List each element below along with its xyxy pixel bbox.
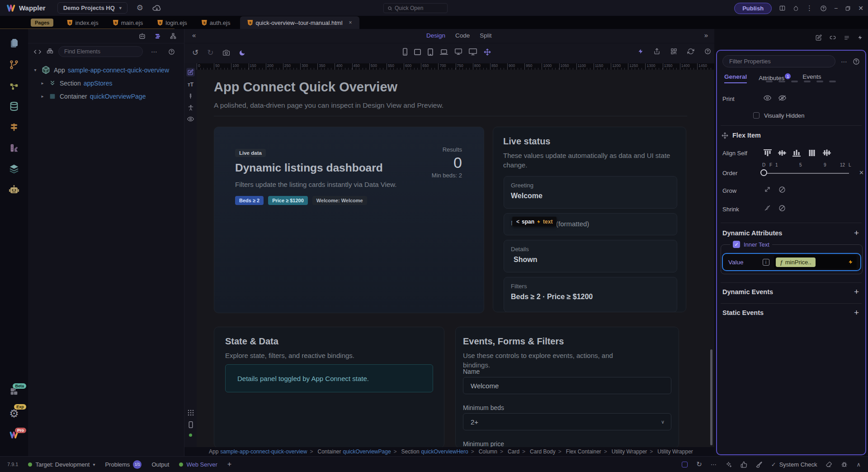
align-start-icon[interactable]	[763, 149, 772, 157]
tab-login-ejs[interactable]: 5login.ejs	[150, 16, 194, 29]
ai-assistant-icon[interactable]	[138, 33, 146, 39]
theme-droplet-icon[interactable]	[793, 5, 799, 12]
components-blocks-icon[interactable]	[46, 48, 54, 55]
find-elements-input[interactable]	[58, 46, 143, 57]
refresh-icon[interactable]	[687, 48, 694, 55]
breadcrumb-segment[interactable]: Card	[497, 448, 519, 455]
ai-robot-icon[interactable]	[9, 185, 19, 195]
tree-item-container[interactable]: ▸ Container quickOverviewPage	[28, 90, 184, 103]
pages-panel-icon[interactable]	[9, 38, 19, 49]
screenshot-camera-icon[interactable]	[222, 49, 230, 56]
experimental-gear-icon[interactable]: ⚙ Exp	[9, 407, 19, 420]
element-selection-chip[interactable]: < span text	[512, 217, 557, 226]
device-tablet-small-icon[interactable]	[414, 49, 421, 55]
grow-none-icon[interactable]	[778, 186, 786, 193]
window-minimize-button[interactable]: −	[834, 5, 838, 12]
help-icon[interactable]	[168, 48, 175, 55]
dashboard-card[interactable]: Live data Dynamic listings dashboard Fil…	[214, 127, 484, 313]
text-size-icon[interactable]: ᴛT	[188, 81, 193, 88]
inspect-info-icon[interactable]	[188, 93, 193, 100]
live-status-title[interactable]: Live status	[503, 136, 676, 147]
quick-open-input[interactable]	[395, 5, 440, 11]
add-static-event-button[interactable]: +	[854, 309, 859, 317]
align-stretch-icon[interactable]	[807, 149, 816, 157]
mode-design[interactable]: Design	[426, 32, 445, 39]
filter-chip-welcome[interactable]: Welcome: Welcome	[312, 196, 367, 205]
chip-parent-arrow-icon[interactable]: <	[516, 219, 519, 225]
unlink-icon[interactable]	[830, 34, 836, 41]
dashboard-title[interactable]: Dynamic listings dashboard	[235, 162, 383, 174]
tab-main-ejs[interactable]: 5main.ejs	[106, 16, 150, 29]
accessibility-icon[interactable]	[188, 105, 194, 111]
value-binding-row[interactable]: Value i ƒminPrice..	[722, 253, 861, 271]
eraser-clean-icon[interactable]	[826, 461, 832, 467]
git-icon[interactable]	[9, 60, 19, 70]
filter-chip-price[interactable]: Price ≥ $1200	[268, 196, 308, 205]
state-data-title[interactable]: State & Data	[225, 336, 433, 347]
state-data-card[interactable]: State & Data Explore state, filters, and…	[214, 327, 444, 447]
project-selector[interactable]: Demo Projects HQ ▾	[57, 2, 127, 14]
min-beds-label[interactable]: Min beds: 2	[432, 172, 462, 179]
split-columns-icon[interactable]	[779, 5, 786, 11]
workflows-icon[interactable]	[9, 81, 19, 91]
chevron-collapsed-icon[interactable]: ▸	[40, 94, 45, 99]
tab-quick-overview-active[interactable]: 5 quick-overview--tour-manual.html ×	[240, 16, 359, 29]
responsive-phone-icon[interactable]	[189, 421, 193, 428]
problems-button[interactable]: Problems 1/1	[105, 460, 142, 469]
pages-badge[interactable]: Pages	[31, 19, 53, 27]
web-server-button[interactable]: Web Server	[179, 461, 217, 468]
live-status-subtitle[interactable]: These values update automatically as dat…	[503, 151, 670, 170]
events-forms-card[interactable]: Events, Forms & Filters Use these contro…	[455, 327, 679, 447]
format-brush-icon[interactable]	[756, 461, 763, 468]
dynamic-bolt-icon[interactable]	[858, 34, 863, 41]
edit-element-icon[interactable]	[816, 34, 822, 41]
device-desktop-icon[interactable]	[455, 48, 462, 55]
order-slider-track[interactable]	[764, 173, 849, 174]
canvas-scrollbar-thumb[interactable]	[710, 349, 712, 445]
extensions-puzzle-icon[interactable]: Beta	[9, 386, 19, 396]
design-assets-icon[interactable]	[9, 143, 19, 153]
state-data-subtitle[interactable]: Explore state, filters, and reactive bin…	[225, 351, 392, 360]
redo-icon[interactable]: ↻	[207, 48, 213, 57]
debug-bug-icon[interactable]	[841, 461, 848, 468]
formatted-subcard[interactable]: M (formatted) < span text	[504, 213, 677, 235]
filters-value[interactable]: Beds ≥ 2 · Price ≥ $1200	[511, 293, 670, 301]
design-canvas[interactable]: App Connect Quick Overview A polished, d…	[197, 70, 714, 447]
mode-split[interactable]: Split	[480, 32, 491, 39]
name-field-input[interactable]: Welcome	[463, 377, 671, 394]
add-dynamic-attribute-button[interactable]: +	[854, 229, 859, 237]
live-data-badge[interactable]: Live data	[235, 149, 266, 157]
more-options-icon[interactable]: ⋯	[841, 58, 847, 65]
events-card-subtitle[interactable]: Use these controls to explore events, ac…	[463, 351, 630, 370]
breadcrumb-segment[interactable]: SectionquickOverviewHero	[391, 448, 468, 455]
wappler-pro-icon[interactable]: Pro	[9, 431, 19, 439]
undo-icon[interactable]: ↺	[192, 48, 198, 57]
align-center-icon[interactable]	[778, 149, 787, 157]
share-preview-icon[interactable]	[653, 48, 660, 55]
value-expression-input[interactable]: ƒminPrice..	[774, 255, 857, 269]
visibility-eye-icon[interactable]	[187, 116, 194, 122]
select-tool-icon[interactable]	[682, 462, 688, 467]
publish-button[interactable]: Publish	[734, 3, 772, 14]
breadcrumb-segment[interactable]: Column	[468, 448, 497, 455]
window-close-button[interactable]: ✕	[858, 5, 863, 12]
order-slider-thumb[interactable]	[760, 169, 767, 176]
properties-list-icon[interactable]	[844, 34, 850, 41]
tree-view-icon[interactable]	[170, 33, 177, 39]
breadcrumb-segment[interactable]: Appsample-app-connect-quick-overview	[209, 448, 307, 455]
tree-item-app[interactable]: ▾ App sample-app-connect-quick-overview	[28, 63, 184, 76]
output-button[interactable]: Output	[151, 461, 169, 468]
device-tablet-icon[interactable]	[428, 48, 433, 56]
qr-code-icon[interactable]	[670, 48, 677, 55]
window-restore-button[interactable]	[845, 5, 851, 11]
filter-chip-beds[interactable]: Beds ≥ 2	[235, 196, 264, 205]
print-hidden-eye-slash-icon[interactable]	[778, 95, 786, 101]
filter-properties-input[interactable]	[722, 55, 835, 67]
reload-icon[interactable]: ↻	[696, 460, 702, 468]
page-title[interactable]: App Connect Quick Overview	[214, 80, 397, 95]
grid-dots-icon[interactable]	[188, 410, 194, 416]
visually-hidden-checkbox[interactable]	[753, 112, 760, 119]
breadcrumb-segment[interactable]: Flex Container	[556, 448, 601, 455]
shrink-none-icon[interactable]	[778, 205, 786, 212]
align-end-icon[interactable]	[792, 149, 801, 157]
